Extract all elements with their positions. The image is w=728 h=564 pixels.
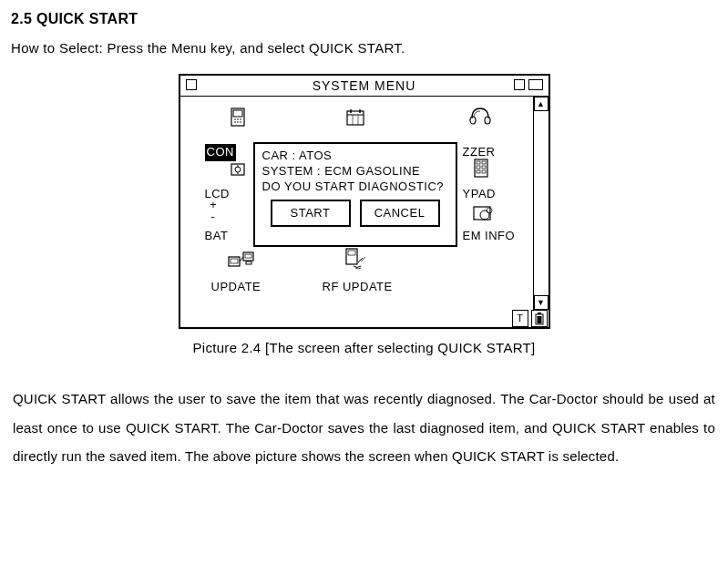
svg-rect-1 xyxy=(233,110,242,117)
svg-point-2 xyxy=(234,119,236,121)
svg-rect-26 xyxy=(482,170,486,173)
titlebar: SYSTEM MENU xyxy=(180,76,549,97)
svg-rect-31 xyxy=(231,259,238,263)
dialog-text: CAR : ATOS SYSTEM : ECM GASOLINE DO YOU … xyxy=(255,144,456,196)
svg-rect-36 xyxy=(348,251,355,255)
svg-rect-34 xyxy=(246,261,251,264)
start-button[interactable]: START xyxy=(271,200,351,227)
dialog-buttons: START CANCEL xyxy=(255,200,456,227)
svg-rect-25 xyxy=(477,170,480,173)
device-icon xyxy=(228,108,250,128)
dialog-line-2: SYSTEM : ECM GASOLINE xyxy=(262,163,448,179)
svg-point-3 xyxy=(237,119,239,121)
scroll-up-button[interactable]: ▲ xyxy=(534,97,549,111)
label-con: CON xyxy=(205,144,236,160)
svg-rect-8 xyxy=(347,111,364,125)
svg-point-28 xyxy=(480,210,489,220)
cancel-button[interactable]: CANCEL xyxy=(360,200,440,227)
info-card-icon xyxy=(472,204,494,224)
svg-point-5 xyxy=(234,122,236,124)
svg-point-6 xyxy=(237,122,239,124)
figure-caption: Picture 2.4 [The screen after selecting … xyxy=(11,338,717,357)
keypad-icon xyxy=(472,159,494,179)
svg-rect-39 xyxy=(537,316,541,323)
svg-rect-33 xyxy=(245,254,251,258)
status-tray: T xyxy=(512,310,548,327)
svg-point-7 xyxy=(240,122,241,124)
scrollbar[interactable]: ▲ ▼ xyxy=(533,97,549,310)
svg-rect-23 xyxy=(477,166,480,169)
screen-body: CON ZZER LCD + - YPAD BAT EM INFO xyxy=(180,97,549,328)
svg-point-4 xyxy=(240,119,241,121)
titlebar-text: SYSTEM MENU xyxy=(313,77,416,96)
screenshot-container: SYSTEM MENU CON ZZER xyxy=(11,74,717,329)
label-update: UPDATE xyxy=(211,279,261,295)
computer-link-icon xyxy=(228,250,255,270)
how-to-text: How to Select: Press the Menu key, and s… xyxy=(11,38,717,57)
titlebar-control-right-1 xyxy=(514,79,525,90)
headphones-icon xyxy=(468,106,492,128)
svg-rect-32 xyxy=(243,252,253,261)
system-menu-screenshot: SYSTEM MENU CON ZZER xyxy=(179,74,550,329)
svg-rect-27 xyxy=(474,207,490,220)
section-heading: 2.5 QUICK START xyxy=(11,9,717,29)
dialog-line-1: CAR : ATOS xyxy=(262,148,448,163)
svg-point-17 xyxy=(235,167,241,172)
svg-point-29 xyxy=(487,208,492,213)
svg-rect-24 xyxy=(482,166,486,169)
svg-point-14 xyxy=(470,117,476,124)
label-ypad: YPAD xyxy=(463,186,496,202)
label-eminfo: EM INFO xyxy=(463,228,516,244)
calendar-icon xyxy=(344,108,366,128)
body-paragraph: QUICK START allows the user to save the … xyxy=(13,385,715,471)
titlebar-control-left xyxy=(186,79,197,90)
battery-icon xyxy=(531,310,548,327)
brightness-icon xyxy=(228,160,250,180)
label-bat: BAT xyxy=(205,228,229,244)
svg-rect-21 xyxy=(477,161,480,164)
status-t: T xyxy=(512,310,528,327)
svg-point-15 xyxy=(485,117,490,124)
plus-sign: + xyxy=(210,200,217,210)
titlebar-control-right-2 xyxy=(528,79,543,90)
minus-sign: - xyxy=(211,211,215,222)
label-lcd: LCD xyxy=(205,186,231,202)
svg-rect-22 xyxy=(482,161,486,164)
wireless-device-icon xyxy=(343,248,368,272)
label-rfupdate: RF UPDATE xyxy=(323,279,393,295)
dialog-line-3: DO YOU START DIAGNOSTIC? xyxy=(262,179,448,194)
quick-start-dialog: CAR : ATOS SYSTEM : ECM GASOLINE DO YOU … xyxy=(253,142,457,247)
scroll-down-button[interactable]: ▼ xyxy=(534,295,549,310)
